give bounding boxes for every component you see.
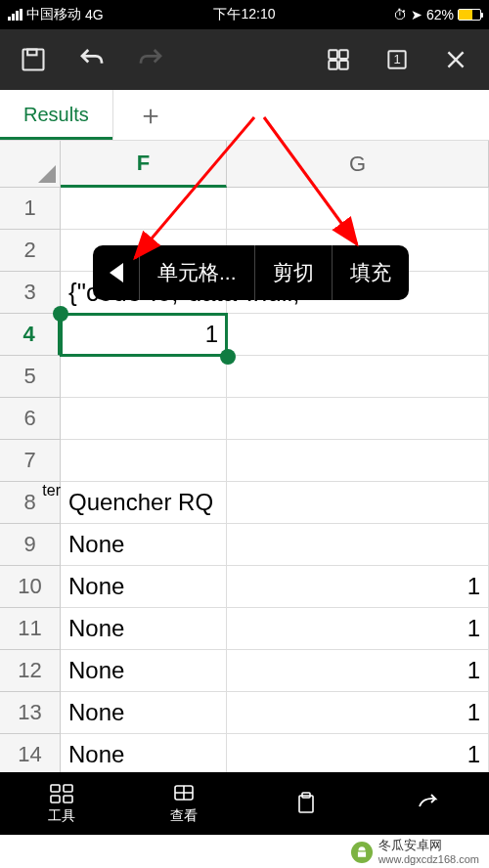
view-icon bbox=[172, 782, 196, 805]
svg-rect-12 bbox=[51, 796, 60, 803]
row-header[interactable]: 11 bbox=[0, 608, 61, 650]
cell[interactable] bbox=[227, 440, 489, 482]
context-menu: 单元格... 剪切 填充 bbox=[93, 245, 409, 300]
bottom-toolbar: 工具 查看 bbox=[0, 772, 489, 835]
share-icon bbox=[416, 792, 441, 815]
cell[interactable] bbox=[227, 314, 489, 356]
cell[interactable] bbox=[61, 356, 227, 398]
cell[interactable] bbox=[61, 398, 227, 440]
cell-g11[interactable]: 1 bbox=[227, 608, 489, 650]
svg-rect-13 bbox=[64, 796, 72, 803]
cell-g10[interactable]: 1 bbox=[227, 566, 489, 608]
svg-rect-5 bbox=[339, 61, 348, 69]
bottom-view-button[interactable]: 查看 bbox=[122, 772, 244, 835]
col-header-f[interactable]: F bbox=[61, 141, 227, 188]
row-header[interactable]: 1 bbox=[0, 188, 61, 230]
cell[interactable] bbox=[61, 188, 227, 230]
bottom-tools-label: 工具 bbox=[48, 807, 75, 825]
col-header-g[interactable]: G bbox=[227, 141, 489, 188]
location-icon: ➤ bbox=[411, 7, 422, 22]
row-header[interactable]: 6 bbox=[0, 398, 61, 440]
signal-icon bbox=[8, 9, 22, 21]
ctx-fill-button[interactable]: 填充 bbox=[333, 245, 409, 300]
cell-g14[interactable]: 1 bbox=[227, 734, 489, 776]
cell-g12[interactable]: 1 bbox=[227, 650, 489, 692]
cell-g13[interactable]: 1 bbox=[227, 692, 489, 734]
clock-label: 下午12:10 bbox=[213, 6, 275, 23]
selection-handle-icon[interactable] bbox=[220, 349, 236, 365]
svg-rect-1 bbox=[27, 50, 36, 56]
sheet-tabs: Results ＋ bbox=[0, 90, 489, 141]
selection-handle-icon[interactable] bbox=[53, 306, 68, 322]
svg-rect-0 bbox=[23, 50, 44, 70]
close-icon[interactable] bbox=[440, 44, 471, 75]
cell[interactable] bbox=[227, 482, 489, 524]
cell-f12[interactable]: None bbox=[61, 650, 227, 692]
cell[interactable] bbox=[227, 398, 489, 440]
bottom-share-button[interactable] bbox=[367, 772, 489, 835]
redo-icon[interactable] bbox=[135, 44, 166, 75]
cell[interactable] bbox=[227, 524, 489, 566]
watermark: 冬瓜安卓网 www.dgxcdz168.com bbox=[0, 835, 489, 868]
ctx-cut-button[interactable]: 剪切 bbox=[255, 245, 333, 300]
cell-f4-selected[interactable]: 1 bbox=[61, 314, 227, 356]
cell-f8[interactable]: Quencher RQ bbox=[61, 482, 227, 524]
tools-icon bbox=[49, 782, 74, 805]
row-header[interactable]: 9 bbox=[0, 524, 61, 566]
row-header[interactable]: 4 bbox=[0, 314, 61, 356]
cell-f14[interactable]: None bbox=[61, 734, 227, 776]
status-right: ⏱ ➤ 62% bbox=[393, 7, 481, 22]
row-header[interactable]: 2 bbox=[0, 230, 61, 272]
cell[interactable] bbox=[227, 188, 489, 230]
cell-f9[interactable]: None bbox=[61, 524, 227, 566]
row-header[interactable]: 7 bbox=[0, 440, 61, 482]
save-icon[interactable] bbox=[18, 44, 49, 75]
watermark-title: 冬瓜安卓网 bbox=[378, 839, 479, 852]
svg-rect-10 bbox=[51, 785, 60, 792]
bottom-view-label: 查看 bbox=[170, 807, 198, 825]
row-header[interactable]: 13 bbox=[0, 692, 61, 734]
carrier-label: 中国移动 bbox=[26, 6, 81, 23]
spreadsheet[interactable]: F G 1 2 3{"code":0,"data":null," 41 5 6 … bbox=[0, 141, 489, 776]
row-header[interactable]: 5 bbox=[0, 356, 61, 398]
row-header[interactable]: 10 bbox=[0, 566, 61, 608]
svg-rect-11 bbox=[64, 785, 72, 792]
tab-add-button[interactable]: ＋ bbox=[112, 90, 188, 140]
cell[interactable] bbox=[227, 356, 489, 398]
cell-f10[interactable]: None bbox=[61, 566, 227, 608]
app-toolbar: 1 bbox=[0, 29, 489, 90]
row-header[interactable]: 14 bbox=[0, 734, 61, 776]
battery-pct: 62% bbox=[426, 7, 454, 22]
battery-icon bbox=[458, 9, 481, 21]
row-header[interactable]: 12 bbox=[0, 650, 61, 692]
context-menu-prev-icon[interactable] bbox=[93, 245, 140, 300]
svg-rect-2 bbox=[329, 50, 337, 59]
row-header[interactable]: 3 bbox=[0, 272, 61, 314]
bottom-clipboard-button[interactable] bbox=[244, 772, 367, 835]
undo-icon[interactable] bbox=[76, 44, 108, 75]
status-bar: 中国移动 4G 下午12:10 ⏱ ➤ 62% bbox=[0, 0, 489, 29]
svg-text:1: 1 bbox=[393, 52, 400, 66]
cell-f13[interactable]: None bbox=[61, 692, 227, 734]
svg-rect-3 bbox=[339, 50, 348, 59]
watermark-logo-icon bbox=[351, 842, 373, 863]
select-all-corner[interactable] bbox=[0, 141, 61, 188]
clipboard-icon bbox=[295, 792, 317, 815]
tab-results[interactable]: Results bbox=[0, 90, 112, 140]
cell-f11[interactable]: None bbox=[61, 608, 227, 650]
network-label: 4G bbox=[85, 7, 104, 22]
grid-icon[interactable] bbox=[323, 44, 354, 75]
bottom-tools-button[interactable]: 工具 bbox=[0, 772, 122, 835]
svg-rect-4 bbox=[329, 61, 337, 69]
status-left: 中国移动 4G bbox=[8, 6, 104, 23]
cell[interactable] bbox=[61, 440, 227, 482]
alarm-icon: ⏱ bbox=[393, 7, 407, 22]
sheet-count-icon[interactable]: 1 bbox=[381, 44, 413, 75]
watermark-url: www.dgxcdz168.com bbox=[378, 853, 479, 865]
ctx-cell-button[interactable]: 单元格... bbox=[140, 245, 255, 300]
